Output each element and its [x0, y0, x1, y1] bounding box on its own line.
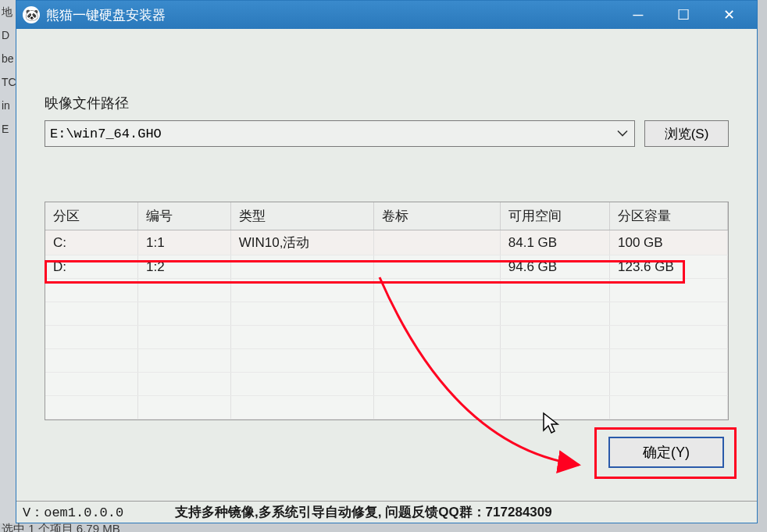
- close-button[interactable]: ✕: [713, 3, 744, 27]
- cell-label: [374, 255, 501, 279]
- cell-label: [374, 230, 501, 255]
- cell-number: 1:2: [138, 255, 231, 279]
- cell-free: 84.1 GB: [500, 230, 609, 255]
- chevron-down-icon[interactable]: [617, 127, 628, 141]
- table-row[interactable]: C: 1:1 WIN10,活动 84.1 GB 100 GB: [45, 230, 728, 255]
- cell-number: 1:1: [138, 230, 231, 255]
- cell-capacity: 123.6 GB: [609, 255, 727, 279]
- app-icon: 🐼: [23, 6, 40, 23]
- header-free[interactable]: 可用空间: [500, 202, 609, 230]
- cell-type: WIN10,活动: [230, 230, 373, 255]
- table-row-empty: [45, 396, 728, 420]
- cell-free: 94.6 GB: [500, 255, 609, 279]
- header-label[interactable]: 卷标: [374, 202, 501, 230]
- browse-button[interactable]: 浏览(S): [644, 120, 729, 147]
- header-number[interactable]: 编号: [138, 202, 231, 230]
- content-area: 映像文件路径 E:\win7_64.GHO 浏览(S) 分区 编号 类型 卷标: [16, 29, 757, 501]
- image-path-combo[interactable]: E:\win7_64.GHO: [45, 120, 635, 147]
- cell-partition: D:: [45, 255, 138, 279]
- titlebar: 🐼 熊猫一键硬盘安装器 ─ ☐ ✕: [16, 1, 757, 29]
- minimize-button[interactable]: ─: [623, 3, 654, 27]
- cell-type: [230, 255, 373, 279]
- header-partition[interactable]: 分区: [45, 202, 138, 230]
- installer-window: 🐼 熊猫一键硬盘安装器 ─ ☐ ✕ 映像文件路径 E:\win7_64.GHO …: [16, 0, 758, 523]
- header-type[interactable]: 类型: [230, 202, 373, 230]
- background-window-edge: 地DbeTCinE: [0, 0, 16, 523]
- table-row-empty: [45, 302, 728, 326]
- table-header-row: 分区 编号 类型 卷标 可用空间 分区容量: [45, 202, 728, 230]
- background-statusbar-text: 选中 1 个项目 6.79 MB: [2, 522, 120, 532]
- statusbar: V：oem1.0.0.0 支持多种镜像,多系统引导自动修复, 问题反馈QQ群：7…: [16, 501, 757, 523]
- image-path-label: 映像文件路径: [45, 94, 729, 112]
- table-row-empty: [45, 373, 728, 396]
- maximize-button[interactable]: ☐: [668, 3, 699, 27]
- cell-partition: C:: [45, 230, 138, 255]
- table-row[interactable]: D: 1:2 94.6 GB 123.6 GB: [45, 255, 728, 279]
- header-capacity[interactable]: 分区容量: [609, 202, 727, 230]
- table-row-empty: [45, 349, 728, 373]
- image-path-value: E:\win7_64.GHO: [50, 127, 162, 141]
- table-row-empty: [45, 326, 728, 349]
- partition-table[interactable]: 分区 编号 类型 卷标 可用空间 分区容量 C: 1:1 WIN10,活动 8: [45, 202, 729, 420]
- version-text: V：oem1.0.0.0: [23, 503, 175, 521]
- ok-button[interactable]: 确定(Y): [608, 437, 724, 468]
- cell-capacity: 100 GB: [609, 230, 727, 255]
- status-message: 支持多种镜像,多系统引导自动修复, 问题反馈QQ群：717284309: [175, 503, 751, 521]
- table-row-empty: [45, 279, 728, 302]
- window-title: 熊猫一键硬盘安装器: [46, 6, 623, 24]
